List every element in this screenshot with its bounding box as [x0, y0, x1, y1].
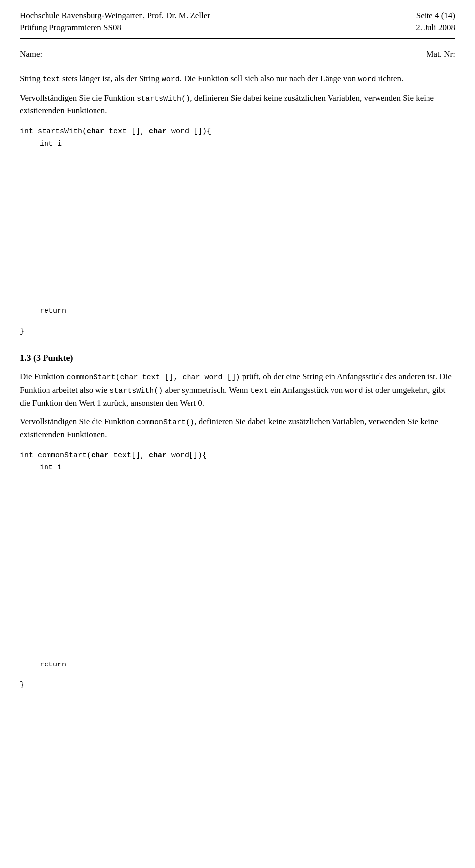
para3-text1: Die Funktion: [20, 372, 66, 381]
code-block-2: int commonStart(char text[], char word[]…: [20, 449, 455, 474]
para3-code2: startsWith(): [109, 387, 163, 395]
para4-text1: Vervollständigen Sie die Funktion: [20, 417, 137, 426]
matnr-label: Mat. Nr:: [426, 49, 455, 60]
para1-text1: String: [20, 74, 43, 83]
main-content: String text stets länger ist, als der St…: [20, 72, 455, 691]
header-divider: [20, 60, 455, 60]
code-line-1-2: int i: [20, 138, 455, 151]
para2-text1: Vervollständigen Sie die Funktion: [20, 93, 137, 102]
section-1-3-title: 1.3 (3 Punkte): [20, 352, 455, 364]
para1-code2: word: [162, 75, 180, 84]
para3-code3: text: [250, 387, 268, 395]
code-return-2: return: [20, 659, 455, 671]
answer-area-1: [20, 158, 455, 297]
para4-code: commonStart(): [137, 418, 194, 427]
para1-code1: text: [43, 75, 60, 84]
code-brace-1: }: [20, 325, 455, 338]
course-title: Prüfung Programmieren SS08: [20, 22, 210, 34]
institution-title: Hochschule Ravensburg-Weingarten, Prof. …: [20, 10, 210, 22]
code-brace-2: }: [20, 679, 455, 692]
paragraph-4: Vervollständigen Sie die Funktion common…: [20, 415, 455, 441]
header-right: Seite 4 (14) 2. Juli 2008: [416, 10, 455, 34]
code-line-1-1: int startsWith(char text [], char word […: [20, 125, 455, 138]
header-left: Hochschule Ravensburg-Weingarten, Prof. …: [20, 10, 210, 34]
name-row: Name: Mat. Nr:: [20, 49, 455, 60]
code-block-1-return: return: [20, 305, 455, 318]
para3-code4: word: [345, 387, 363, 395]
date-info: 2. Juli 2008: [416, 22, 455, 34]
page-info: Seite 4 (14): [416, 10, 455, 22]
page-header: Hochschule Ravensburg-Weingarten, Prof. …: [20, 10, 455, 39]
paragraph-2: Vervollständigen Sie die Funktion starts…: [20, 92, 455, 117]
para2-code: startsWith(): [137, 95, 190, 103]
paragraph-1: String text stets länger ist, als der St…: [20, 72, 455, 86]
para1-text2: stets länger ist, als der String: [60, 74, 162, 83]
paragraph-3: Die Funktion commonStart(char text [], c…: [20, 370, 455, 409]
code-line-2-2: int i: [20, 461, 455, 474]
para3-code1: commonStart(char text [], char word []): [66, 373, 240, 382]
para1-code3: word: [358, 75, 376, 84]
code-line-2-1: int commonStart(char text[], char word[]…: [20, 449, 455, 462]
para3-text3: aber symmetrisch. Wenn: [163, 385, 250, 395]
code-return-1: return: [20, 305, 455, 318]
name-label: Name:: [20, 49, 42, 60]
code-block-2-return: return: [20, 659, 455, 671]
code-close-1: }: [20, 325, 455, 338]
code-close-2: }: [20, 679, 455, 692]
para1-text4: richten.: [376, 74, 404, 83]
para3-text4: ein Anfangsstück von: [268, 385, 345, 395]
para1-text3: . Die Funktion soll sich also nur nach d…: [180, 74, 358, 83]
answer-area-2: [20, 482, 455, 651]
section-1-3-label: 1.3 (3 Punkte): [20, 353, 73, 363]
code-block-1: int startsWith(char text [], char word […: [20, 125, 455, 151]
